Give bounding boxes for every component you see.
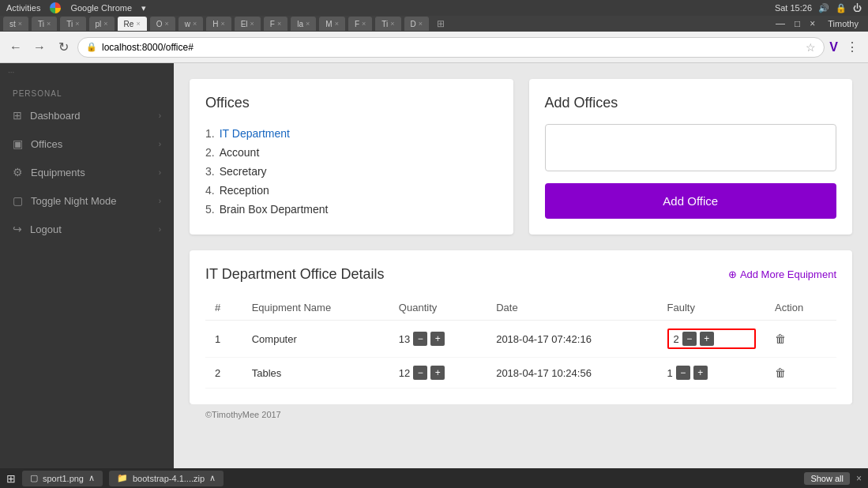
sidebar-collapse[interactable]: ··· [0,63,174,81]
add-office-textarea[interactable] [545,124,837,171]
faulty-cell: 1 − + [667,366,756,380]
faulty-decrease-button[interactable]: − [676,366,690,380]
sidebar-label-logout: Logout [30,223,151,235]
close-icon[interactable]: × [136,20,140,28]
office-link-it[interactable]: IT Department [220,127,290,140]
list-item: 5. Brain Box Department [205,200,498,219]
tab-ti2[interactable]: Ti× [60,17,85,31]
reload-button[interactable]: ↻ [54,38,73,57]
list-item: 3. Secretary [205,162,498,181]
row1-num: 1 [205,321,242,358]
col-action: Action [765,295,836,321]
close-icon[interactable]: × [193,20,197,28]
tab-f1[interactable]: F× [264,17,287,31]
row2-faulty: 1 − + [658,358,765,389]
qty-control: 13 − + [399,332,477,346]
tab-pl[interactable]: pl× [89,17,115,31]
close-window-button[interactable]: × [806,18,818,29]
sidebar-section-personal: PERSONAL [0,81,174,101]
col-faulty: Faulty [658,295,765,321]
tab-ti3[interactable]: Ti× [375,17,400,31]
nav-bar: ← → ↻ 🔒 localhost:8000/office# ☆ V ⋮ [0,32,868,63]
maximize-button[interactable]: □ [791,18,803,29]
taskbar-left: ⊞ ▢ sport1.png ∧ 📁 bootstrap-4.1....zip … [6,471,224,486]
logout-icon: ↪ [13,223,22,235]
tab-st[interactable]: st× [3,17,28,31]
close-icon[interactable]: × [75,20,79,28]
extension-icon[interactable]: V [829,40,838,54]
faulty-increase-button[interactable]: + [693,366,708,380]
sidebar-item-logout[interactable]: ↪ Logout › [0,215,174,243]
close-icon[interactable]: × [306,20,310,28]
row1-qty: 13 − + [389,321,487,358]
new-tab-button[interactable]: ⊞ [432,18,449,29]
faulty-decrease-button[interactable]: − [682,332,697,346]
bookmark-icon[interactable]: ☆ [806,41,816,54]
taskbar-file2[interactable]: 📁 bootstrap-4.1....zip ∧ [109,471,224,486]
office-name-brainbox: Brain Box Department [220,203,329,216]
tab-d[interactable]: D× [404,17,430,31]
back-button[interactable]: ← [6,38,25,57]
delete-button[interactable]: 🗑 [775,366,786,379]
user-name-label: Timothy [821,19,865,28]
close-icon[interactable]: × [47,20,51,28]
sidebar-item-equipments[interactable]: ⚙ Equipments › [0,158,174,186]
close-icon[interactable]: × [220,20,224,28]
close-icon[interactable]: × [335,20,339,28]
tab-w[interactable]: w× [178,17,204,31]
close-icon[interactable]: × [250,20,254,28]
sidebar-item-offices[interactable]: ▣ Offices › [0,130,174,158]
tab-o[interactable]: O× [150,17,175,31]
offices-card-title: Offices [205,95,498,111]
add-equipment-label: Add More Equipment [740,268,836,280]
qty-increase-button[interactable]: + [430,366,445,380]
tab-la[interactable]: la× [291,17,316,31]
qty-increase-button[interactable]: + [430,332,445,346]
sidebar-item-toggle-night[interactable]: ▢ Toggle Night Mode › [0,186,174,215]
apps-grid-icon[interactable]: ⊞ [6,472,16,485]
faulty-value: 1 [667,367,673,379]
delete-button[interactable]: 🗑 [775,332,786,345]
office-num: 2. [205,146,215,159]
tab-m[interactable]: M× [319,17,345,31]
chevron-right-icon: › [159,140,161,148]
close-icon[interactable]: × [362,20,366,28]
tab-h[interactable]: H× [206,17,231,31]
close-icon[interactable]: × [164,20,168,28]
forward-button[interactable]: → [30,38,49,57]
tab-ti1[interactable]: Ti× [32,17,57,31]
minimize-button[interactable]: — [772,18,788,29]
show-all-button[interactable]: Show all [804,472,850,485]
menu-button[interactable]: ⋮ [843,38,862,57]
tab-f2[interactable]: F× [348,17,372,31]
file-icon: ▢ [30,473,38,483]
list-item: 2. Account [205,143,498,162]
tab-re[interactable]: Re× [118,17,147,31]
tab-el[interactable]: El× [235,17,261,31]
power-icon: ⏻ [853,3,862,13]
qty-decrease-button[interactable]: − [413,366,427,380]
office-name-account: Account [220,146,260,159]
close-icon[interactable]: × [18,20,22,28]
file1-label: sport1.png [43,474,84,483]
taskbar-close-button[interactable]: × [856,473,862,484]
os-dropdown-arrow[interactable]: ▾ [141,3,146,13]
activities-label[interactable]: Activities [6,3,40,13]
details-card: IT Department Office Details ⊕ Add More … [190,250,852,404]
add-office-button[interactable]: Add Office [545,183,837,219]
url-input[interactable]: localhost:8000/office# [102,42,801,53]
col-qty: Quantity [389,295,487,321]
close-icon[interactable]: × [103,20,107,28]
col-name: Equipment Name [242,295,389,321]
sidebar-item-dashboard[interactable]: ⊞ Dashboard › [0,101,174,130]
faulty-increase-button[interactable]: + [700,332,714,346]
lock-icon: 🔒 [86,42,97,52]
close-icon[interactable]: × [390,20,394,28]
offices-card: Offices 1. IT Department 2. Account 3. S… [190,79,513,235]
add-equipment-button[interactable]: ⊕ Add More Equipment [728,268,836,280]
taskbar-file1[interactable]: ▢ sport1.png ∧ [22,471,103,486]
close-icon[interactable]: × [419,20,423,28]
speaker-icon: 🔊 [818,3,829,13]
qty-decrease-button[interactable]: − [413,332,427,346]
close-icon[interactable]: × [277,20,281,28]
